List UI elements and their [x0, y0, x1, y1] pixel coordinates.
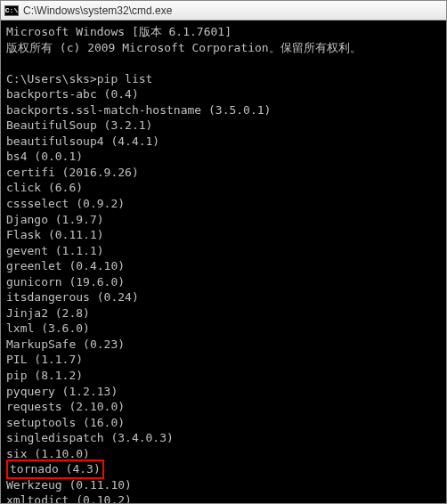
package-row: backports-abc (0.4)	[6, 86, 441, 102]
package-row: Jinja2 (2.8)	[6, 305, 441, 321]
package-row: gunicorn (19.6.0)	[6, 274, 441, 290]
header-line1: Microsoft Windows [版本 6.1.7601]	[6, 24, 441, 40]
package-row: gevent (1.1.1)	[6, 243, 441, 259]
package-row: click (6.6)	[6, 180, 441, 196]
header-line2: 版权所有 (c) 2009 Microsoft Corporation。保留所有…	[6, 40, 441, 56]
package-row: tornado (4.3)	[6, 461, 441, 477]
package-row: xmltodict (0.10.2)	[6, 492, 441, 503]
package-row: Django (1.9.7)	[6, 212, 441, 228]
package-row: bs4 (0.0.1)	[6, 149, 441, 165]
package-row: lxml (3.6.0)	[6, 321, 441, 337]
highlighted-package: tornado (4.3)	[6, 459, 104, 479]
package-row: pip (8.1.2)	[6, 368, 441, 384]
package-row: backports.ssl-match-hostname (3.5.0.1)	[6, 102, 441, 118]
package-row: requests (2.10.0)	[6, 399, 441, 415]
package-row: cssselect (0.9.2)	[6, 196, 441, 212]
package-row: PIL (1.1.7)	[6, 352, 441, 368]
package-row: beautifulsoup4 (4.4.1)	[6, 134, 441, 150]
package-row: BeautifulSoup (3.2.1)	[6, 118, 441, 134]
prompt-command: C:\Users\sks>pip list	[6, 71, 441, 87]
package-row: itsdangerous (0.24)	[6, 289, 441, 305]
titlebar[interactable]: C:\ C:\Windows\system32\cmd.exe	[1, 1, 446, 20]
cmd-window: C:\ C:\Windows\system32\cmd.exe Microsof…	[0, 0, 447, 504]
package-row: singledispatch (3.4.0.3)	[6, 430, 441, 446]
package-row: Flask (0.11.1)	[6, 227, 441, 243]
package-row: certifi (2016.9.26)	[6, 165, 441, 181]
package-row: MarkupSafe (0.23)	[6, 337, 441, 353]
cmd-icon: C:\	[4, 5, 19, 16]
window-title: C:\Windows\system32\cmd.exe	[23, 4, 172, 17]
terminal-output[interactable]: Microsoft Windows [版本 6.1.7601]版权所有 (c) …	[1, 20, 446, 503]
package-row: greenlet (0.4.10)	[6, 258, 441, 274]
package-row: pyquery (1.2.13)	[6, 384, 441, 400]
package-row: Werkzeug (0.11.10)	[6, 477, 441, 493]
package-row: setuptools (16.0)	[6, 415, 441, 431]
